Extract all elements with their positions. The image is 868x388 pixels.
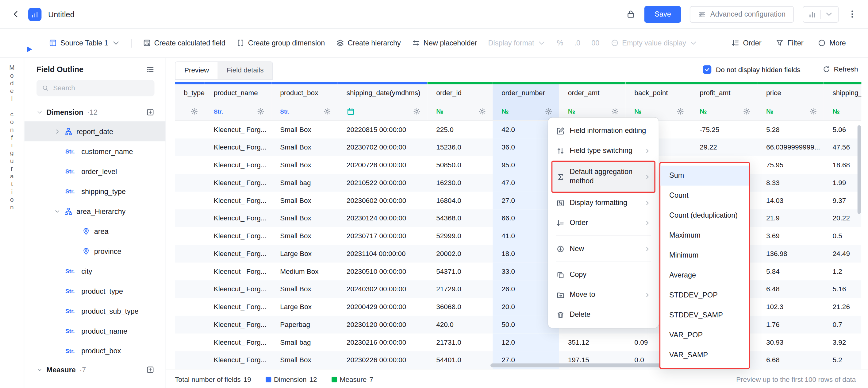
source-table-selector[interactable]: Source Table 1 (49, 39, 120, 47)
hidden-f-toggle[interactable]: Do not display hidden fields (703, 65, 800, 74)
create-group-dimension-button[interactable]: Create group dimension (237, 39, 325, 47)
expand-panel-arrow[interactable] (27, 47, 32, 52)
table-cell: 0.7 (824, 316, 862, 334)
display-format-dropdown[interactable]: Display format (488, 39, 546, 47)
vertical-scrollbar[interactable] (858, 125, 861, 214)
tab-field-details[interactable]: Field details (218, 62, 272, 79)
menu-item-new[interactable]: New (552, 239, 655, 259)
create-hierarchy-button[interactable]: Create hierarchy (336, 39, 401, 47)
aggregation-option-average[interactable]: Average (660, 266, 749, 286)
chevron-right-icon (644, 220, 651, 226)
measure-section-header[interactable]: Measure ·7 (24, 361, 165, 379)
gear-icon[interactable] (611, 108, 619, 115)
column-header-product-box[interactable]: product_boxStr. (271, 82, 338, 120)
gear-icon[interactable] (413, 108, 421, 115)
sidebar-field-city[interactable]: Str.city (24, 261, 165, 281)
sidebar-field-area[interactable]: area (24, 221, 165, 241)
add-measure-icon[interactable] (146, 366, 154, 374)
column-header-order-amt[interactable]: order_amt№ (559, 82, 626, 120)
chevron-down-icon[interactable] (36, 367, 43, 373)
dimension-section-header[interactable]: Dimension ·12 (24, 103, 165, 122)
menu-item-field-type-switching[interactable]: Field type switching (552, 141, 655, 160)
menu-item-display-formatting[interactable]: Display formatting (552, 193, 655, 213)
create-calculated-field-button[interactable]: Create calculated field (143, 39, 225, 47)
sidebar-field-product-name[interactable]: Str.product_name (24, 321, 165, 341)
switch-icon (556, 146, 565, 155)
empty-value-display-dropdown[interactable]: Empty value display (610, 39, 698, 47)
menu-item-order[interactable]: Order (552, 213, 655, 233)
gear-icon[interactable] (545, 108, 552, 115)
sidebar-field-area-hierarchy[interactable]: area_Hierarchy (24, 201, 165, 221)
refresh-button[interactable]: Refresh (823, 65, 858, 73)
gear-icon[interactable] (743, 108, 750, 115)
decrease-decimal-button[interactable]: .0 (575, 39, 581, 47)
aggregation-option-minimum[interactable]: Minimum (660, 245, 749, 266)
back-button[interactable] (11, 9, 21, 19)
aggregation-option-count-deduplication[interactable]: Count (deduplication) (660, 206, 749, 226)
sidebar-field-product-sub-type[interactable]: Str.product_sub_type (24, 301, 165, 321)
add-dimension-icon[interactable] (146, 108, 154, 116)
sidebar-field-customer-name[interactable]: Str.customer_name (24, 141, 165, 161)
menu-item-default-aggregation-method[interactable]: Default aggregation method (552, 160, 655, 193)
column-header-product-name[interactable]: product_nameStr. (205, 82, 272, 120)
column-header-back-point[interactable]: back_point№ (625, 82, 691, 120)
aggregation-option-maximum[interactable]: Maximum (660, 226, 749, 245)
gear-icon[interactable] (677, 108, 684, 115)
column-header-shipping-c[interactable]: shipping_c№ (824, 82, 862, 120)
column-header-shipping-date-ymdhms[interactable]: shipping_date(ymdhms) (338, 82, 427, 120)
sidebar-field-report-date[interactable]: report_date (24, 121, 165, 141)
column-header-price[interactable]: price№ (757, 82, 824, 120)
sidebar-field-product-type[interactable]: Str.product_type (24, 281, 165, 301)
model-configuration-strip[interactable]: Model configuration (0, 58, 24, 388)
increase-decimal-button[interactable]: 00 (591, 39, 599, 47)
aggregation-option-var-pop[interactable]: VAR_POP (660, 325, 749, 345)
filter-button[interactable]: Filter (776, 39, 803, 47)
percent-format-button[interactable]: % (557, 39, 563, 47)
sidebar-field-product-box[interactable]: Str.product_box (24, 341, 165, 361)
sidebar-field-list: report_dateStr.customer_nameStr.order_le… (24, 121, 165, 361)
order-button[interactable]: Order (732, 39, 762, 47)
table-cell: 29.22 (691, 139, 757, 156)
gear-icon[interactable] (190, 108, 198, 115)
table-cell: 102.3 (757, 298, 824, 316)
column-header-b-type[interactable]: b_type (175, 82, 205, 120)
menu-item-field-information-editing[interactable]: Field information editing (552, 121, 655, 141)
lock-icon[interactable] (626, 9, 636, 19)
new-placeholder-button[interactable]: New placeholder (412, 39, 477, 47)
table-cell: Kleencut_ Forg... (205, 121, 272, 139)
sidebar-field-shipping-type[interactable]: Str.shipping_type (24, 181, 165, 201)
search-box[interactable] (36, 80, 154, 96)
menu-item-delete[interactable]: Delete (552, 305, 655, 325)
aggregation-option-sum[interactable]: Sum (660, 166, 749, 186)
aggregation-option-count[interactable]: Count (660, 186, 749, 206)
advanced-configuration-button[interactable]: Advanced configuration (690, 6, 794, 22)
menu-item-label: Field type switching (569, 146, 639, 155)
chevron-down-icon[interactable] (36, 109, 43, 115)
tab-preview[interactable]: Preview (176, 62, 218, 79)
save-button[interactable]: Save (645, 6, 681, 22)
gear-icon[interactable] (257, 108, 265, 115)
column-header-profit-amt[interactable]: profit_amt№ (691, 82, 757, 120)
search-input[interactable] (53, 84, 149, 92)
column-header-icons: Str. (205, 107, 272, 116)
gear-icon[interactable] (323, 108, 331, 115)
column-header-order-id[interactable]: order_id№ (427, 82, 493, 120)
gear-icon[interactable] (809, 108, 817, 115)
chevron-down-icon[interactable] (54, 208, 60, 214)
sidebar-field-province[interactable]: province (24, 241, 165, 261)
more-menu-icon[interactable] (847, 9, 857, 19)
table-cell: Small bag (271, 174, 338, 192)
gear-icon[interactable] (478, 108, 486, 115)
sidebar-field-order-level[interactable]: Str.order_level (24, 161, 165, 181)
chevron-right-icon[interactable] (54, 128, 60, 135)
more-button[interactable]: More (818, 39, 846, 47)
menu-item-move-to[interactable]: Move to (552, 285, 655, 305)
aggregation-option-var-samp[interactable]: VAR_SAMP (660, 345, 749, 365)
aggregation-option-stddev-samp[interactable]: STDDEV_SAMP (660, 305, 749, 325)
aggregation-option-stddev-pop[interactable]: STDDEV_POP (660, 285, 749, 305)
chart-view-button[interactable] (803, 6, 839, 22)
outline-icon[interactable] (146, 65, 154, 73)
column-header-order-number[interactable]: order_number№ (493, 82, 559, 120)
hidden-fields-checkbox[interactable] (703, 65, 711, 74)
menu-item-copy[interactable]: Copy (552, 265, 655, 285)
